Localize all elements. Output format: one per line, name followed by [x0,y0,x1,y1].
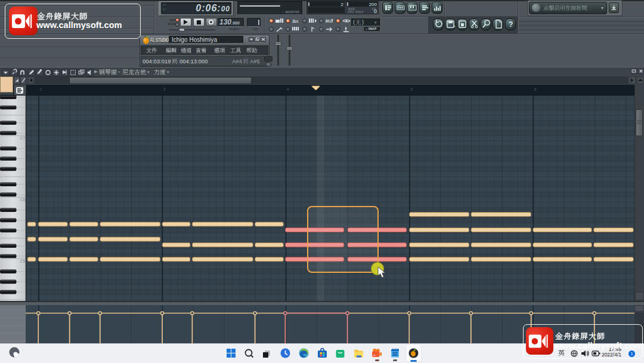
svg-text:C6: C6 [20,198,26,202]
svg-text:?: ? [509,20,513,29]
svg-text:C7: C7 [20,136,26,140]
svg-text:R↺: R↺ [326,19,333,24]
svg-text:+: + [453,24,456,29]
svg-text:321: 321 [292,19,299,24]
svg-text:C5: C5 [20,259,26,263]
